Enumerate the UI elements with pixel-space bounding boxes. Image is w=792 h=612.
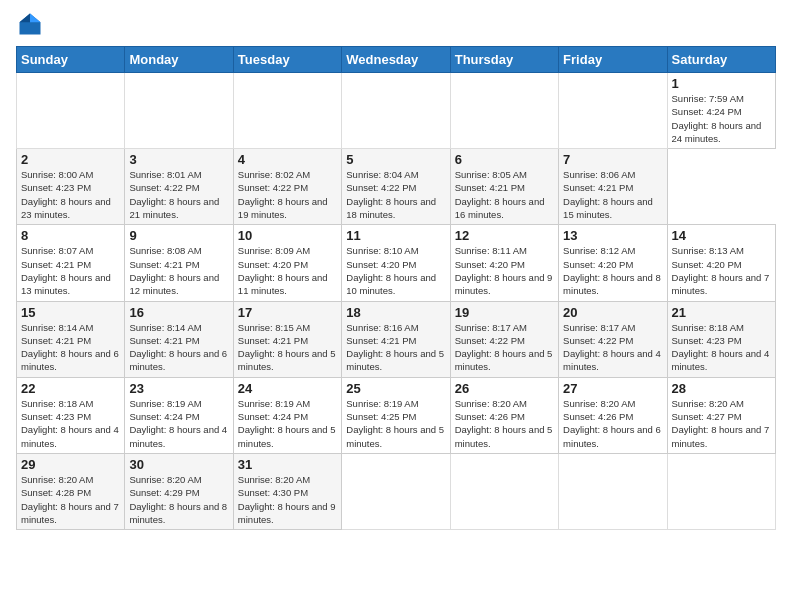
day-number: 30 [129,457,228,472]
calendar-cell [450,73,558,149]
calendar-cell: 1Sunrise: 7:59 AMSunset: 4:24 PMDaylight… [667,73,775,149]
day-info: Sunrise: 7:59 AMSunset: 4:24 PMDaylight:… [672,92,771,145]
calendar-cell: 19Sunrise: 8:17 AMSunset: 4:22 PMDayligh… [450,301,558,377]
day-number: 27 [563,381,662,396]
day-info: Sunrise: 8:05 AMSunset: 4:21 PMDaylight:… [455,168,554,221]
svg-marker-2 [20,14,31,23]
day-number: 18 [346,305,445,320]
calendar-cell: 7Sunrise: 8:06 AMSunset: 4:21 PMDaylight… [559,149,667,225]
day-info: Sunrise: 8:16 AMSunset: 4:21 PMDaylight:… [346,321,445,374]
day-info: Sunrise: 8:20 AMSunset: 4:26 PMDaylight:… [563,397,662,450]
day-number: 25 [346,381,445,396]
logo-icon [16,10,44,38]
page: SundayMondayTuesdayWednesdayThursdayFrid… [0,0,792,612]
day-number: 16 [129,305,228,320]
day-info: Sunrise: 8:04 AMSunset: 4:22 PMDaylight:… [346,168,445,221]
day-info: Sunrise: 8:17 AMSunset: 4:22 PMDaylight:… [563,321,662,374]
day-info: Sunrise: 8:18 AMSunset: 4:23 PMDaylight:… [672,321,771,374]
day-number: 8 [21,228,120,243]
day-info: Sunrise: 8:09 AMSunset: 4:20 PMDaylight:… [238,244,337,297]
calendar-cell: 4Sunrise: 8:02 AMSunset: 4:22 PMDaylight… [233,149,341,225]
calendar-cell: 11Sunrise: 8:10 AMSunset: 4:20 PMDayligh… [342,225,450,301]
calendar-header-thursday: Thursday [450,47,558,73]
calendar-cell: 22Sunrise: 8:18 AMSunset: 4:23 PMDayligh… [17,377,125,453]
day-info: Sunrise: 8:07 AMSunset: 4:21 PMDaylight:… [21,244,120,297]
day-number: 6 [455,152,554,167]
day-number: 22 [21,381,120,396]
day-info: Sunrise: 8:19 AMSunset: 4:24 PMDaylight:… [129,397,228,450]
calendar-cell: 6Sunrise: 8:05 AMSunset: 4:21 PMDaylight… [450,149,558,225]
calendar-week-row: 29Sunrise: 8:20 AMSunset: 4:28 PMDayligh… [17,453,776,529]
day-info: Sunrise: 8:19 AMSunset: 4:24 PMDaylight:… [238,397,337,450]
day-number: 21 [672,305,771,320]
calendar-cell [17,73,125,149]
calendar-cell: 10Sunrise: 8:09 AMSunset: 4:20 PMDayligh… [233,225,341,301]
calendar-cell: 27Sunrise: 8:20 AMSunset: 4:26 PMDayligh… [559,377,667,453]
day-info: Sunrise: 8:10 AMSunset: 4:20 PMDaylight:… [346,244,445,297]
day-number: 24 [238,381,337,396]
calendar-cell: 15Sunrise: 8:14 AMSunset: 4:21 PMDayligh… [17,301,125,377]
day-number: 20 [563,305,662,320]
calendar-week-row: 1Sunrise: 7:59 AMSunset: 4:24 PMDaylight… [17,73,776,149]
calendar-cell: 26Sunrise: 8:20 AMSunset: 4:26 PMDayligh… [450,377,558,453]
day-number: 9 [129,228,228,243]
day-number: 26 [455,381,554,396]
calendar-cell: 17Sunrise: 8:15 AMSunset: 4:21 PMDayligh… [233,301,341,377]
calendar-cell: 12Sunrise: 8:11 AMSunset: 4:20 PMDayligh… [450,225,558,301]
day-info: Sunrise: 8:00 AMSunset: 4:23 PMDaylight:… [21,168,120,221]
day-info: Sunrise: 8:20 AMSunset: 4:26 PMDaylight:… [455,397,554,450]
day-info: Sunrise: 8:20 AMSunset: 4:29 PMDaylight:… [129,473,228,526]
calendar-cell: 8Sunrise: 8:07 AMSunset: 4:21 PMDaylight… [17,225,125,301]
calendar-header-row: SundayMondayTuesdayWednesdayThursdayFrid… [17,47,776,73]
day-number: 1 [672,76,771,91]
day-info: Sunrise: 8:13 AMSunset: 4:20 PMDaylight:… [672,244,771,297]
day-number: 14 [672,228,771,243]
day-number: 5 [346,152,445,167]
calendar-cell: 18Sunrise: 8:16 AMSunset: 4:21 PMDayligh… [342,301,450,377]
calendar-cell [559,73,667,149]
day-number: 3 [129,152,228,167]
logo [16,10,48,38]
calendar-cell [342,73,450,149]
calendar-cell: 2Sunrise: 8:00 AMSunset: 4:23 PMDaylight… [17,149,125,225]
calendar-cell [342,453,450,529]
day-number: 31 [238,457,337,472]
calendar-cell: 31Sunrise: 8:20 AMSunset: 4:30 PMDayligh… [233,453,341,529]
day-number: 13 [563,228,662,243]
day-number: 10 [238,228,337,243]
day-info: Sunrise: 8:12 AMSunset: 4:20 PMDaylight:… [563,244,662,297]
calendar-header-saturday: Saturday [667,47,775,73]
calendar-cell: 16Sunrise: 8:14 AMSunset: 4:21 PMDayligh… [125,301,233,377]
day-info: Sunrise: 8:20 AMSunset: 4:27 PMDaylight:… [672,397,771,450]
calendar-cell [559,453,667,529]
day-info: Sunrise: 8:08 AMSunset: 4:21 PMDaylight:… [129,244,228,297]
calendar-week-row: 22Sunrise: 8:18 AMSunset: 4:23 PMDayligh… [17,377,776,453]
calendar-cell: 9Sunrise: 8:08 AMSunset: 4:21 PMDaylight… [125,225,233,301]
day-number: 11 [346,228,445,243]
day-number: 15 [21,305,120,320]
day-info: Sunrise: 8:20 AMSunset: 4:30 PMDaylight:… [238,473,337,526]
calendar-cell: 23Sunrise: 8:19 AMSunset: 4:24 PMDayligh… [125,377,233,453]
day-number: 28 [672,381,771,396]
day-info: Sunrise: 8:11 AMSunset: 4:20 PMDaylight:… [455,244,554,297]
calendar-cell [125,73,233,149]
calendar-cell: 13Sunrise: 8:12 AMSunset: 4:20 PMDayligh… [559,225,667,301]
calendar-header-friday: Friday [559,47,667,73]
calendar-cell: 30Sunrise: 8:20 AMSunset: 4:29 PMDayligh… [125,453,233,529]
day-info: Sunrise: 8:14 AMSunset: 4:21 PMDaylight:… [21,321,120,374]
day-info: Sunrise: 8:02 AMSunset: 4:22 PMDaylight:… [238,168,337,221]
calendar-cell: 28Sunrise: 8:20 AMSunset: 4:27 PMDayligh… [667,377,775,453]
calendar-cell: 5Sunrise: 8:04 AMSunset: 4:22 PMDaylight… [342,149,450,225]
day-info: Sunrise: 8:19 AMSunset: 4:25 PMDaylight:… [346,397,445,450]
calendar-week-row: 15Sunrise: 8:14 AMSunset: 4:21 PMDayligh… [17,301,776,377]
day-info: Sunrise: 8:01 AMSunset: 4:22 PMDaylight:… [129,168,228,221]
calendar-table: SundayMondayTuesdayWednesdayThursdayFrid… [16,46,776,530]
header [16,10,776,38]
calendar-header-sunday: Sunday [17,47,125,73]
calendar-week-row: 8Sunrise: 8:07 AMSunset: 4:21 PMDaylight… [17,225,776,301]
calendar-week-row: 2Sunrise: 8:00 AMSunset: 4:23 PMDaylight… [17,149,776,225]
calendar-cell [233,73,341,149]
day-number: 4 [238,152,337,167]
day-info: Sunrise: 8:17 AMSunset: 4:22 PMDaylight:… [455,321,554,374]
calendar-header-tuesday: Tuesday [233,47,341,73]
